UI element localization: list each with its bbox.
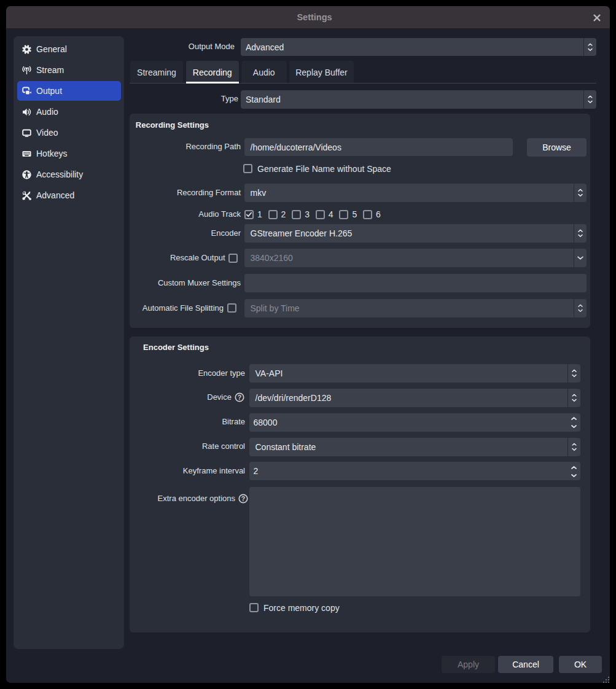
svg-text:?: ? bbox=[238, 394, 241, 401]
svg-text:?: ? bbox=[241, 495, 245, 502]
